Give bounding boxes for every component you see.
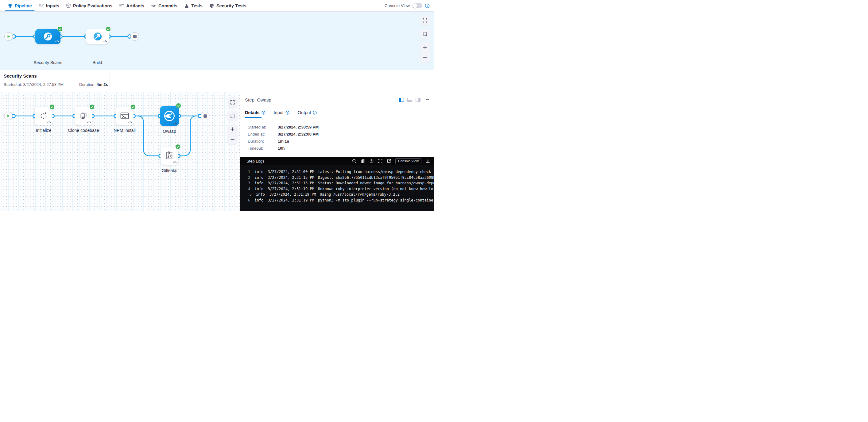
tab-label: Security Tests	[216, 3, 246, 8]
owasp-icon	[163, 109, 176, 122]
stage-node-build[interactable]: </>	[86, 29, 108, 44]
execution-end-node[interactable]	[201, 111, 209, 120]
layout-minimal-panel-icon[interactable]	[415, 98, 421, 102]
ci-stage-icon	[92, 31, 103, 42]
stage-label[interactable]: Security Scans	[33, 60, 62, 65]
copy-icon[interactable]	[361, 159, 365, 163]
open-external-icon[interactable]	[387, 159, 391, 163]
console-view-button[interactable]: Console View	[395, 158, 422, 164]
top-nav: Pipeline Inputs Policy Evaluations Artif…	[0, 0, 434, 12]
execution-canvas-controls	[227, 97, 238, 144]
tab-label: Tests	[191, 3, 203, 8]
step-node-gitleaks[interactable]: </>	[160, 147, 178, 165]
tab-policy-evaluations[interactable]: Policy Evaluations	[63, 0, 116, 11]
stage-node-security-scans[interactable]: </>	[35, 29, 60, 44]
play-icon	[7, 35, 10, 38]
info-icon[interactable]	[425, 3, 430, 8]
marquee-select-button[interactable]	[420, 29, 430, 39]
code-glyph: </>	[128, 121, 132, 124]
settings-gear-icon[interactable]	[369, 159, 374, 163]
tab-pipeline[interactable]: Pipeline	[4, 0, 35, 11]
stage-connectors	[0, 12, 434, 70]
info-icon	[313, 111, 317, 115]
code-glyph: </>	[47, 121, 51, 124]
tab-output[interactable]: Output	[298, 110, 317, 115]
log-line: 6 info 3/27/2024, 2:31:19 PM python3 -m …	[248, 197, 434, 203]
code-glyph: </>	[55, 40, 59, 43]
detail-row: Timeout: 10h	[248, 145, 434, 152]
tab-label: Pipeline	[15, 3, 32, 8]
step-label[interactable]: NPM Install	[114, 128, 136, 133]
tab-details[interactable]: Details	[245, 110, 266, 115]
pipeline-execution-page: Pipeline Inputs Policy Evaluations Artif…	[0, 0, 434, 211]
step-label[interactable]: Owasp	[163, 129, 176, 134]
marquee-select-button[interactable]	[227, 111, 238, 121]
tests-icon	[184, 3, 189, 8]
step-node-npm-install[interactable]: </>	[116, 107, 133, 125]
inputs-icon	[39, 3, 44, 8]
pipeline-end-node[interactable]	[130, 32, 139, 41]
search-icon[interactable]	[352, 159, 356, 163]
step-logs: Step Logs Conso	[240, 157, 434, 211]
step-logs-toolbar: Step Logs Conso	[240, 157, 434, 165]
code-glyph: </>	[173, 161, 177, 164]
stage-canvas-controls	[420, 15, 430, 63]
stage-summary-meta: Started at: 3/27/2024, 2:27:58 PM Durati…	[4, 82, 108, 87]
fullscreen-button[interactable]	[420, 15, 430, 26]
console-view-label: Console View	[384, 3, 410, 8]
step-panel-title: Step: Owasp	[245, 97, 271, 102]
execution-graph-canvas[interactable]: </> Initialize </> Clone codeb	[0, 92, 240, 211]
stage-pipeline-canvas[interactable]: </> Security Scans </> Build	[0, 12, 434, 70]
step-details: Started at: 3/27/2024, 2:30:59 PM Ended …	[240, 118, 434, 157]
stop-icon	[133, 35, 136, 38]
tab-label: Inputs	[46, 3, 60, 8]
info-icon	[261, 111, 266, 115]
log-output[interactable]: 1 info 3/27/2024, 2:31:00 PM latest: Pul…	[240, 165, 434, 203]
zoom-out-button[interactable]	[420, 53, 430, 63]
step-panel-header: Step: Owasp	[240, 92, 434, 107]
gitleaks-icon	[165, 151, 174, 161]
console-view-toggle[interactable]	[412, 3, 422, 8]
tab-security-tests[interactable]: Security Tests	[206, 0, 250, 11]
toggle-knob	[413, 3, 417, 8]
stage-summary-title: Security Scans	[4, 73, 434, 78]
step-node-clone-codebase[interactable]: </>	[74, 107, 92, 125]
layout-bottom-panel-icon[interactable]	[407, 98, 412, 102]
commits-icon	[151, 3, 156, 8]
log-line: 5 info 3/27/2024, 2:31:19 PM Using /usr/…	[248, 192, 434, 197]
tab-artifacts[interactable]: Artifacts	[116, 0, 148, 11]
step-panel-tabs: Details Input Output	[240, 107, 434, 118]
zoom-controls	[420, 42, 430, 63]
code-glyph: </>	[103, 40, 107, 43]
zoom-in-button[interactable]	[420, 42, 430, 53]
step-detail-panel: Step: Owasp Details Input	[240, 92, 434, 211]
zoom-in-button[interactable]	[227, 124, 238, 134]
expand-fullscreen-icon[interactable]	[378, 159, 382, 163]
step-logs-title: Step Logs	[246, 159, 265, 163]
security-tests-icon	[209, 3, 214, 8]
step-node-owasp[interactable]: </>	[160, 106, 179, 126]
policy-evaluations-icon	[66, 3, 71, 8]
download-icon[interactable]	[426, 159, 430, 163]
layout-right-panel-icon[interactable]	[399, 98, 404, 102]
step-node-initialize[interactable]: </>	[35, 107, 53, 125]
step-label[interactable]: Clone codebase	[68, 128, 99, 133]
tab-inputs[interactable]: Inputs	[35, 0, 63, 11]
detail-row: Started at: 3/27/2024, 2:30:59 PM	[248, 124, 434, 131]
tab-tests[interactable]: Tests	[181, 0, 206, 11]
tab-input[interactable]: Input	[274, 110, 289, 115]
step-label[interactable]: Gitleaks	[162, 168, 177, 173]
pipeline-start-node[interactable]	[4, 32, 13, 41]
clone-codebase-icon	[79, 111, 88, 121]
fullscreen-button[interactable]	[227, 97, 238, 107]
log-line: 4 info 3/27/2024, 2:31:19 PM Unknown rub…	[248, 186, 434, 192]
success-badge	[89, 104, 95, 109]
success-badge	[50, 104, 55, 109]
success-badge	[175, 144, 181, 149]
step-label[interactable]: Initialize	[36, 128, 52, 133]
collapse-panel-icon[interactable]	[426, 99, 429, 100]
tab-commits[interactable]: Commits	[148, 0, 181, 11]
zoom-out-button[interactable]	[227, 134, 238, 144]
stage-label[interactable]: Build	[92, 60, 102, 65]
execution-start-node[interactable]	[4, 111, 12, 120]
